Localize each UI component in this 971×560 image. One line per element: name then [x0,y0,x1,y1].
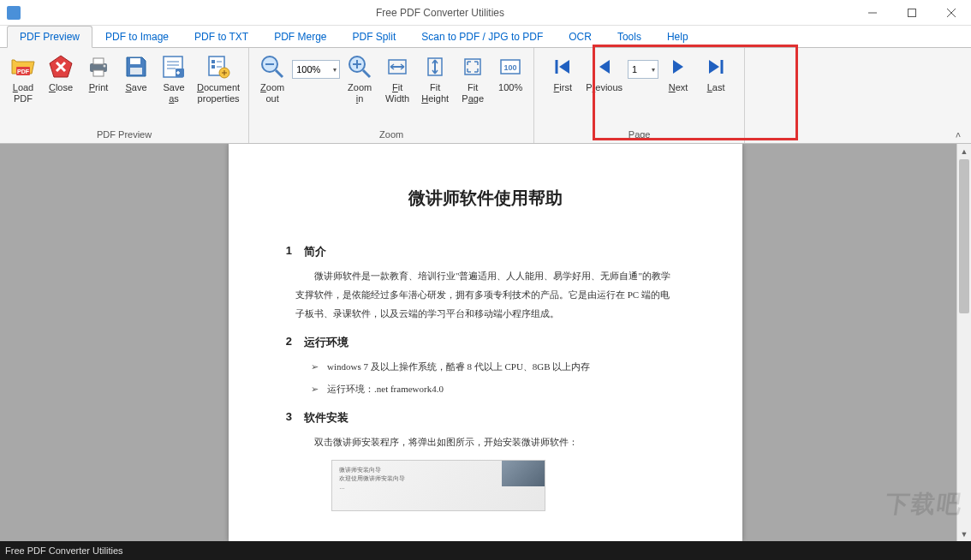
fit-height-label: FitHeight [421,82,449,104]
fit-width-button[interactable]: FitWidth [379,51,415,106]
svg-rect-23 [211,65,215,69]
floppy-icon [122,53,150,80]
document-properties-label: Documentproperties [197,82,240,104]
zoom-100-button[interactable]: 100 100% [492,51,528,95]
doc-bullet: windows 7 及以上操作系统，酷睿 8 代以上 CPU、8GB 以上内存 [311,357,676,376]
fit-width-icon [384,53,411,80]
zoom-level-select[interactable]: 100% [292,60,340,79]
tab-scan-to-pdf[interactable]: Scan to PDF / JPG to PDF [408,26,556,47]
tab-ocr[interactable]: OCR [556,26,605,47]
doc-heading-1: 1简介 [280,244,691,259]
svg-rect-13 [130,58,140,64]
tab-pdf-preview[interactable]: PDF Preview [7,26,92,48]
next-page-button[interactable]: Next [660,51,696,95]
close-button[interactable] [932,0,971,26]
fit-height-button[interactable]: FitHeight [417,51,453,106]
page-number-input[interactable]: 1 [628,60,658,79]
doc-heading-3: 3软件安装 [280,410,691,426]
ribbon-collapse-button[interactable]: ʌ [950,128,966,140]
save-button[interactable]: Save [118,51,154,95]
svg-rect-1 [908,9,916,16]
group-label-pdf-preview: PDF Preview [97,128,152,141]
tab-tools[interactable]: Tools [605,26,654,47]
minimize-button[interactable] [853,0,892,26]
watermark: 下载吧 [883,488,964,521]
printer-icon [85,53,112,80]
last-page-label: Last [707,82,725,93]
ribbon-group-page: First Previous 1 Next Last Page [534,48,745,143]
vertical-scrollbar[interactable]: ▲ ▼ [956,144,971,541]
doc-title: 微讲师软件使用帮助 [280,187,691,210]
ribbon-tabstrip: PDF Preview PDF to Image PDF to TXT PDF … [0,26,971,48]
group-label-zoom: Zoom [379,128,403,141]
save-as-icon [160,53,188,80]
doc-paragraph: 双击微讲师安装程序，将弹出如图所示，开始安装微讲师软件： [295,432,676,451]
tab-pdf-to-txt[interactable]: PDF to TXT [182,26,261,47]
zoom-in-button[interactable]: Zoomin [342,51,378,106]
first-page-icon [549,53,576,80]
load-pdf-label: LoadPDF [13,82,33,104]
zoom-in-icon [346,53,373,80]
scroll-thumb[interactable] [959,159,969,313]
statusbar-text: Free PDF Converter Utilities [5,545,123,556]
zoom-out-label: Zoomout [260,82,284,104]
svg-point-12 [104,65,106,68]
last-page-icon [702,53,730,80]
previous-page-icon [591,53,618,80]
save-label: Save [125,82,146,93]
close-pdf-button[interactable]: Close [43,51,79,95]
svg-rect-21 [211,60,215,63]
svg-text:100: 100 [504,63,517,72]
previous-page-label: Previous [586,82,623,93]
zoom-out-button[interactable]: Zoomout [254,51,290,106]
group-label-page: Page [628,128,651,141]
scroll-up-arrow[interactable]: ▲ [957,144,971,158]
doc-heading-2: 2运行环境 [280,335,691,350]
close-pdf-label: Close [49,82,73,93]
svg-line-28 [276,70,283,77]
next-page-label: Next [669,82,688,93]
pdf-page: 微讲师软件使用帮助 1简介 微讲师软件是一款教育、培训行业"普遍适用、人人能用、… [229,144,742,541]
pdf-viewer: 微讲师软件使用帮助 1简介 微讲师软件是一款教育、培训行业"普遍适用、人人能用、… [0,144,971,541]
zoom-out-icon [259,53,286,80]
tab-pdf-to-image[interactable]: PDF to Image [92,26,182,47]
zoom-in-label: Zoomin [348,82,372,104]
save-as-button[interactable]: Saveas [156,51,192,106]
svg-rect-14 [130,68,142,74]
fit-width-label: FitWidth [385,82,409,104]
fit-page-button[interactable]: FitPage [455,51,491,106]
tab-pdf-split[interactable]: PDF Split [340,26,409,47]
zoom-100-icon: 100 [497,53,524,80]
document-properties-button[interactable]: Documentproperties [194,51,243,106]
scroll-down-arrow[interactable]: ▼ [957,527,971,541]
properties-icon [205,53,232,80]
print-label: Print [89,82,109,93]
ribbon-group-pdf-preview: PDF LoadPDF Close Print Save Saveas D [0,48,249,143]
svg-text:PDF: PDF [17,69,30,74]
print-button[interactable]: Print [80,51,116,95]
svg-line-32 [363,70,370,77]
tab-pdf-merge[interactable]: PDF Merge [261,26,339,47]
window-title: Free PDF Converter Utilities [27,7,853,19]
svg-rect-37 [465,59,480,74]
doc-bullet: 运行环境：.net framework4.0 [311,379,676,398]
load-pdf-button[interactable]: PDF LoadPDF [5,51,41,106]
tab-help[interactable]: Help [654,26,701,47]
doc-paragraph: 微讲师软件是一款教育、培训行业"普遍适用、人人能用、易学好用、无师自通"的教学支… [295,266,676,323]
fit-page-label: FitPage [462,82,484,104]
first-page-label: First [554,82,572,93]
maximize-button[interactable] [892,0,932,26]
app-icon [7,6,21,20]
previous-page-button[interactable]: Previous [582,51,626,95]
zoom-100-label: 100% [498,82,522,93]
first-page-button[interactable]: First [545,51,581,95]
next-page-icon [664,53,692,80]
last-page-button[interactable]: Last [698,51,734,95]
folder-pdf-icon: PDF [9,53,37,80]
svg-rect-11 [93,70,104,76]
doc-embedded-image: 微讲师安装向导欢迎使用微讲师安装向导… [331,460,545,511]
save-as-label: Saveas [163,82,184,104]
statusbar: Free PDF Converter Utilities [0,541,971,560]
ribbon-group-zoom: Zoomout 100% Zoomin FitWidth FitHeight F… [249,48,534,143]
titlebar: Free PDF Converter Utilities [0,0,971,26]
